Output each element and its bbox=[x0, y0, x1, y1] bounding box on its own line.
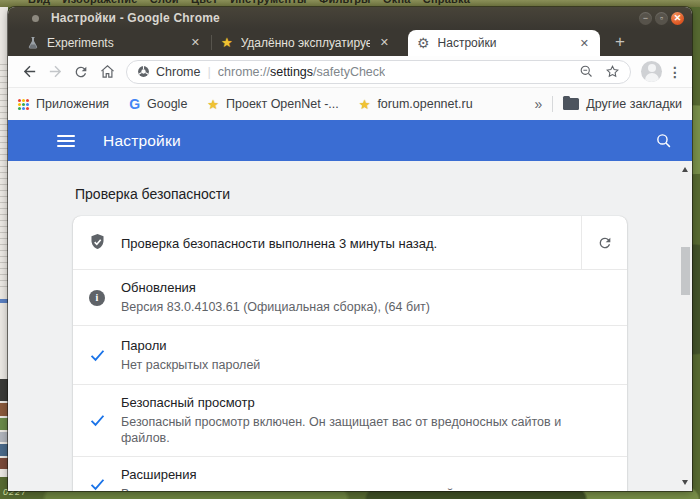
row-title: Обновления bbox=[121, 279, 611, 296]
bookmark-label: Приложения bbox=[36, 97, 109, 111]
background-text-lines bbox=[0, 59, 8, 289]
safe-browsing-row[interactable]: Безопасный просмотр Безопасный просмотр … bbox=[73, 384, 627, 456]
bookmark-apps[interactable]: Приложения bbox=[18, 97, 109, 111]
row-subtitle: Включена защита от потенциально опасных … bbox=[121, 486, 611, 491]
bookmark-label: Проект OpenNet -... bbox=[226, 97, 339, 111]
safety-check-status-row: Проверка безопасности выполнена 3 минуты… bbox=[73, 216, 627, 269]
forward-button[interactable] bbox=[42, 59, 68, 85]
home-button[interactable] bbox=[94, 59, 120, 85]
refresh-icon bbox=[597, 235, 613, 251]
menu-hamburger-icon[interactable] bbox=[57, 135, 75, 147]
apps-grid-icon bbox=[18, 99, 29, 110]
new-tab-button[interactable]: + bbox=[608, 30, 632, 54]
tab-opennet-article[interactable]: ★ Удалённо эксплуатируемая ✕ bbox=[212, 29, 400, 56]
background-thumbnail bbox=[0, 403, 8, 416]
safety-check-card: Проверка безопасности выполнена 3 минуты… bbox=[73, 216, 627, 491]
back-button[interactable] bbox=[16, 59, 42, 85]
gear-icon: ⚙ bbox=[417, 36, 430, 50]
background-link-fragment bbox=[0, 299, 8, 303]
status-text: Проверка безопасности выполнена 3 минуты… bbox=[121, 236, 437, 251]
row-subtitle: Нет раскрытых паролей bbox=[121, 357, 611, 373]
bookmark-label: forum.opennet.ru bbox=[377, 97, 472, 111]
screen: Вид Изображение Слои Цвет Инструменты Фи… bbox=[0, 0, 700, 499]
bookmarks-divider bbox=[552, 96, 553, 112]
address-bar[interactable]: Chrome | chrome:// settings /safetyCheck bbox=[126, 60, 631, 84]
section-title: Проверка безопасности bbox=[75, 186, 230, 202]
background-thumbnail bbox=[0, 458, 8, 469]
scroll-up-arrow[interactable] bbox=[682, 167, 688, 172]
row-title: Безопасный просмотр bbox=[121, 394, 611, 411]
scrollbar-thumb[interactable] bbox=[681, 247, 690, 295]
site-settings-icon[interactable] bbox=[137, 65, 150, 78]
bookmark-star-icon[interactable] bbox=[605, 64, 620, 79]
maximize-button[interactable]: ▫ bbox=[655, 12, 668, 25]
check-icon bbox=[73, 411, 121, 430]
bookmark-forum-opennet[interactable]: ★ forum.opennet.ru bbox=[359, 97, 473, 111]
vertical-scrollbar[interactable] bbox=[680, 161, 691, 491]
background-thumbnail bbox=[0, 444, 8, 456]
check-icon bbox=[73, 346, 121, 365]
updates-row[interactable]: i Обновления Версия 83.0.4103.61 (Официа… bbox=[73, 269, 627, 325]
background-thumbnail bbox=[0, 432, 8, 442]
bookmark-opennet[interactable]: ★ Проект OpenNet -... bbox=[207, 97, 338, 111]
url-path: /safetyCheck bbox=[313, 65, 385, 79]
chrome-menu-icon[interactable]: ⋮ bbox=[668, 64, 682, 80]
window-titlebar[interactable]: Настройки - Google Chrome − ▫ ✕ bbox=[8, 7, 692, 29]
url-host: settings bbox=[270, 65, 313, 79]
chrome-window: Настройки - Google Chrome − ▫ ✕ Experime… bbox=[8, 7, 692, 491]
profile-avatar[interactable] bbox=[641, 61, 662, 82]
background-app-menubar: Вид Изображение Слои Цвет Инструменты Фи… bbox=[0, 0, 700, 7]
settings-header: Настройки bbox=[8, 120, 692, 161]
url-text: Chrome | chrome:// settings /safetyCheck bbox=[150, 64, 385, 79]
search-icon[interactable] bbox=[655, 132, 672, 149]
passwords-row[interactable]: Пароли Нет раскрытых паролей bbox=[73, 325, 627, 384]
close-window-button[interactable]: ✕ bbox=[671, 12, 684, 25]
minimize-button[interactable]: − bbox=[639, 12, 652, 25]
shield-check-icon bbox=[73, 233, 121, 252]
scroll-down-arrow[interactable] bbox=[682, 480, 688, 485]
row-subtitle: Безопасный просмотр включен. Он защищает… bbox=[121, 414, 611, 446]
bookmarks-overflow-chevron[interactable]: » bbox=[534, 96, 542, 112]
bookmark-google[interactable]: G Google bbox=[129, 97, 187, 111]
bookmarks-bar: Приложения G Google ★ Проект OpenNet -..… bbox=[8, 88, 692, 120]
settings-content: Проверка безопасности Проверка безопасно… bbox=[8, 161, 692, 491]
folder-icon bbox=[563, 98, 579, 110]
check-icon bbox=[73, 475, 121, 491]
flask-icon bbox=[27, 36, 39, 49]
omnibox-actions bbox=[571, 64, 620, 79]
star-favicon: ★ bbox=[359, 98, 371, 111]
row-title: Расширения bbox=[121, 466, 611, 483]
background-window-sliver bbox=[0, 7, 8, 477]
settings-title: Настройки bbox=[103, 132, 181, 150]
row-title: Пароли bbox=[121, 337, 611, 354]
window-menu-icon[interactable] bbox=[32, 15, 39, 22]
bookmarks-right-group: » Другие закладки bbox=[534, 96, 682, 112]
tab-label: Experiments bbox=[47, 36, 181, 50]
window-title: Настройки - Google Chrome bbox=[51, 11, 220, 25]
close-tab-icon[interactable]: ✕ bbox=[189, 36, 202, 49]
run-safety-check-button[interactable] bbox=[581, 216, 627, 269]
background-thumbnail bbox=[0, 418, 8, 430]
tab-experiments[interactable]: Experiments ✕ bbox=[18, 29, 211, 56]
background-dark-fragment bbox=[0, 379, 8, 401]
google-logo-icon: G bbox=[129, 97, 140, 111]
url-product-label: Chrome bbox=[156, 65, 200, 79]
star-favicon: ★ bbox=[207, 98, 219, 111]
window-controls: − ▫ ✕ bbox=[639, 12, 684, 25]
tab-label: Удалённо эксплуатируемая bbox=[241, 36, 370, 50]
row-subtitle: Версия 83.0.4103.61 (Официальная сборка)… bbox=[121, 299, 611, 315]
zoom-indicator-icon[interactable] bbox=[579, 64, 594, 79]
reload-button[interactable] bbox=[68, 59, 94, 85]
tab-label: Настройки bbox=[438, 36, 570, 50]
extensions-row[interactable]: Расширения Включена защита от потенциаль… bbox=[73, 456, 627, 491]
tab-settings[interactable]: ⚙ Настройки ✕ bbox=[408, 30, 600, 56]
close-tab-icon[interactable]: ✕ bbox=[378, 36, 391, 49]
other-bookmarks-button[interactable]: Другие закладки bbox=[586, 97, 682, 111]
background-menu-items: Вид Изображение Слои Цвет Инструменты Фи… bbox=[0, 0, 700, 5]
tab-strip: Experiments ✕ ★ Удалённо эксплуатируемая… bbox=[8, 29, 692, 56]
navigation-toolbar: Chrome | chrome:// settings /safetyCheck… bbox=[8, 56, 692, 88]
close-tab-icon[interactable]: ✕ bbox=[578, 37, 591, 50]
bookmark-label: Google bbox=[147, 97, 187, 111]
star-favicon: ★ bbox=[221, 36, 233, 49]
info-icon: i bbox=[73, 290, 121, 306]
